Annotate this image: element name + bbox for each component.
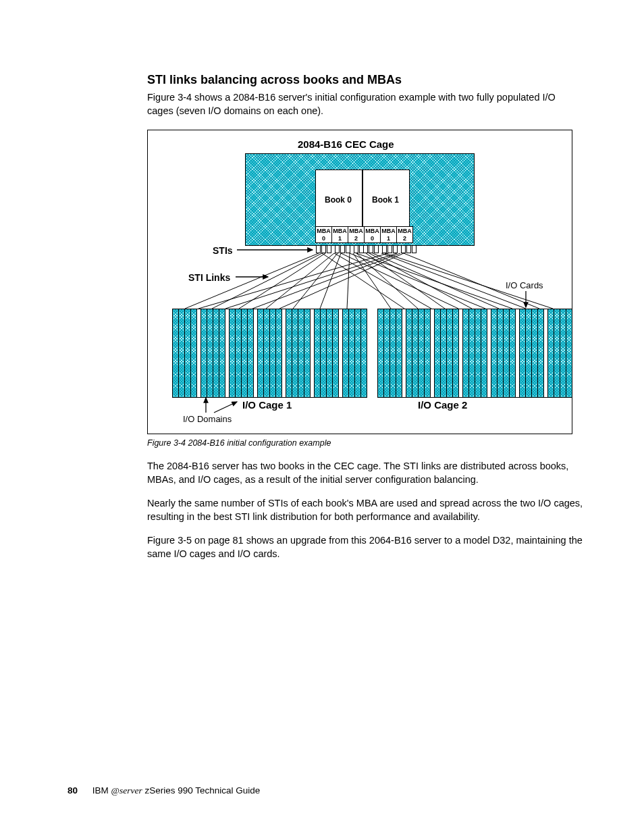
svg-line-10 — [320, 253, 341, 309]
io-card — [230, 309, 236, 397]
svg-line-27 — [356, 253, 512, 309]
io-card — [498, 309, 504, 397]
svg-line-11 — [347, 253, 350, 309]
io-card — [276, 309, 282, 397]
io-card — [548, 309, 554, 397]
figure-caption: Figure 3-4 2084-B16 initial configuratio… — [147, 438, 583, 448]
io-card — [258, 309, 264, 397]
svg-line-8 — [266, 253, 334, 309]
io-card — [504, 309, 510, 397]
svg-line-14 — [366, 253, 445, 309]
io-card — [298, 309, 304, 397]
svg-line-15 — [369, 253, 472, 309]
intro-paragraph: Figure 3-4 shows a 2084-B16 server's ini… — [147, 91, 583, 118]
mba-cell-5: MBA2 — [396, 226, 413, 243]
io-card — [270, 309, 276, 397]
svg-line-17 — [381, 253, 526, 309]
io-card — [327, 309, 333, 397]
io-cards-label: I/O Cards — [506, 280, 543, 290]
io-card — [191, 309, 197, 397]
io-card — [349, 309, 355, 397]
svg-line-9 — [293, 253, 338, 309]
book-1-label: Book 1 — [365, 195, 406, 205]
io-card — [463, 309, 469, 397]
mba-cell-1: MBA1 — [331, 226, 348, 243]
svg-line-21 — [252, 253, 400, 309]
io-card — [491, 309, 498, 397]
page: STI links balancing across books and MBA… — [0, 0, 644, 834]
book-0-label: Book 0 — [318, 195, 358, 205]
mba-cell-4: MBA1 — [380, 226, 396, 243]
svg-line-13 — [356, 253, 418, 309]
io-card — [532, 309, 538, 397]
io-card — [219, 309, 225, 397]
io-card — [425, 309, 431, 397]
io-card — [343, 309, 349, 397]
mba-cell-3: MBA0 — [364, 226, 380, 243]
sti-ports-book1 — [363, 245, 417, 253]
io-cage-2 — [377, 309, 572, 398]
svg-line-23 — [322, 253, 404, 309]
io-cage-1 — [172, 309, 367, 398]
io-card — [292, 309, 298, 397]
para-3: Figure 3-5 on page 81 shows an upgrade f… — [147, 534, 583, 561]
io-card — [179, 309, 185, 397]
io-card — [361, 309, 367, 397]
io-card — [441, 309, 447, 397]
mba-row: MBA0 MBA1 MBA2 MBA0 MBA1 MBA2 — [315, 226, 413, 243]
io-card — [510, 309, 516, 397]
figure-3-4: 2084-B16 CEC Cage Book 0 Book 1 MBA0 MBA… — [147, 130, 572, 434]
io-card — [378, 309, 384, 397]
svg-line-22 — [279, 253, 404, 309]
io-card — [453, 309, 459, 397]
svg-line-25 — [341, 253, 458, 309]
io-card — [554, 309, 560, 397]
io-card — [236, 309, 242, 397]
io-card — [333, 309, 339, 397]
io-card — [419, 309, 425, 397]
io-card — [475, 309, 481, 397]
svg-line-4 — [214, 402, 237, 413]
page-footer: 80 IBM @server zSeries 990 Technical Gui… — [68, 785, 260, 796]
sti-ports-book0 — [316, 245, 370, 253]
io-card — [566, 309, 572, 397]
io-domains-label: I/O Domains — [183, 414, 232, 424]
io-card — [481, 309, 487, 397]
io-card — [538, 309, 544, 397]
io-card — [213, 309, 219, 397]
io-card — [173, 309, 179, 397]
svg-line-24 — [334, 253, 431, 309]
cec-cage-title: 2084-B16 CEC Cage — [298, 138, 394, 150]
svg-line-26 — [350, 253, 485, 309]
io-card — [520, 309, 526, 397]
io-cage-2-label: I/O Cage 2 — [418, 399, 467, 411]
io-card — [560, 309, 566, 397]
para-1: The 2084-B16 server has two books in the… — [147, 460, 583, 486]
footer-pub: IBM — [92, 785, 111, 796]
footer-tail: zSeries 990 Technical Guide — [142, 785, 261, 796]
stis-label: STIs — [213, 245, 233, 256]
io-card — [526, 309, 532, 397]
io-card — [248, 309, 254, 397]
io-card — [355, 309, 361, 397]
page-number: 80 — [68, 785, 78, 796]
io-card — [242, 309, 248, 397]
para-2: Nearly the same number of STIs of each b… — [147, 497, 583, 523]
section-heading: STI links balancing across books and MBA… — [147, 73, 583, 87]
mba-cell-2: MBA2 — [348, 226, 364, 243]
io-card — [447, 309, 453, 397]
io-card — [286, 309, 292, 397]
io-cage-1-label: I/O Cage 1 — [242, 399, 292, 411]
io-card — [264, 309, 270, 397]
io-card — [412, 309, 419, 397]
io-card — [396, 309, 402, 397]
svg-line-12 — [353, 253, 391, 309]
svg-line-20 — [225, 253, 397, 309]
io-card — [207, 309, 213, 397]
io-card — [469, 309, 475, 397]
sti-links-label: STI Links — [188, 272, 230, 283]
svg-line-16 — [373, 253, 499, 309]
io-card — [321, 309, 327, 397]
io-card — [304, 309, 311, 397]
io-card — [435, 309, 441, 397]
